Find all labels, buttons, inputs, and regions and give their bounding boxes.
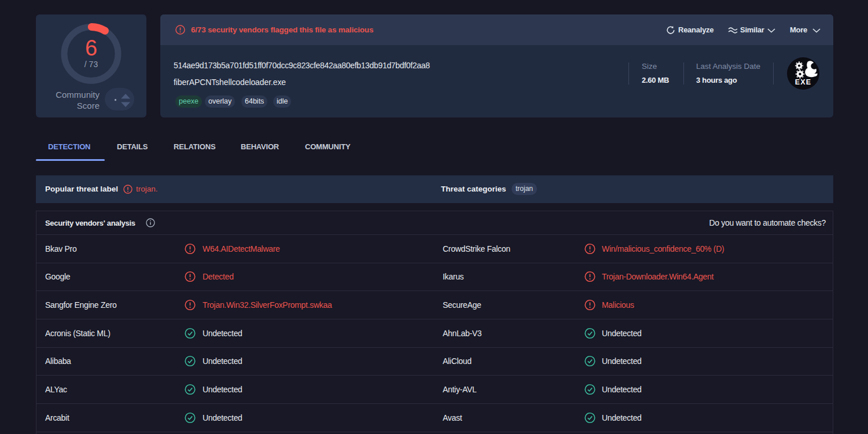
svg-text:EXE: EXE	[795, 78, 812, 86]
